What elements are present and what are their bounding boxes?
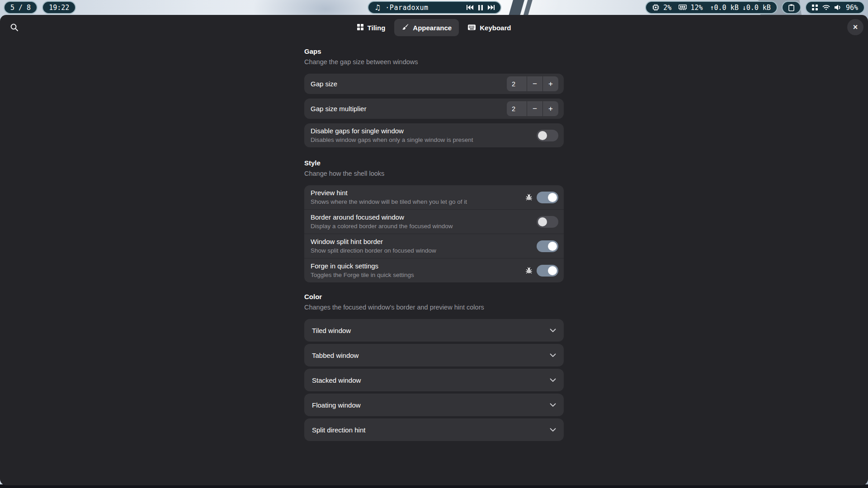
cpu-stat: 2% [652,4,671,12]
clock-label: 19:22 [49,4,69,12]
clipboard-pill[interactable] [782,1,801,14]
tab-label: Tiling [368,24,386,32]
single-window-gaps-subtitle: Disables window gaps when only a single … [311,136,537,144]
preview-hint-label: Preview hint [311,189,525,197]
cpu-icon [652,4,660,11]
gap-size-decrement-button[interactable]: − [527,76,542,91]
toggle-knob [538,131,547,140]
quick-settings-subtitle: Toggles the Forge tile in quick settings [311,272,525,279]
expander-split-direction-hint[interactable]: Split direction hint [304,418,564,441]
section-subtitle: Changes the focused window's border and … [304,303,564,311]
preview-hint-row: Preview hint Shows where the window will… [304,185,564,209]
gap-multiplier-increment-button[interactable]: + [542,101,558,116]
clock[interactable]: 19:22 [42,1,76,14]
gap-multiplier-value[interactable]: 2 [507,101,527,116]
chevron-down-icon [550,328,556,333]
system-stats-pill[interactable]: 2% 12% ↑0.0 kB ↓0.0 kB [645,1,778,14]
window-header: Tiling Appearance [0,15,868,41]
quick-settings-row: Forge in quick settings Toggles the Forg… [304,258,564,282]
top-bar-right: 2% 12% ↑0.0 kB ↓0.0 kB [645,1,865,14]
gap-multiplier-label: Gap size multiplier [311,105,507,113]
network-down-value: ↓0.0 kB [742,4,771,12]
tab-keyboard[interactable]: Keyboard [461,19,518,36]
quick-settings-toggle[interactable] [537,265,558,277]
network-up-value: ↑0.0 kB [710,4,738,12]
section-gaps: Gaps Change the gap size between windows… [304,47,564,147]
chevron-down-icon [550,403,556,407]
gap-size-increment-button[interactable]: + [542,76,558,91]
gap-multiplier-row: Gap size multiplier 2 − + [304,99,564,119]
next-track-icon[interactable] [488,5,495,10]
memory-icon [679,5,687,10]
toggle-knob [548,242,557,251]
preview-hint-subtitle: Shows where the window will be tiled whe… [311,198,525,206]
tiling-grid-icon [357,24,363,32]
gap-size-stepper: 2 − + [507,76,558,91]
top-bar-left: 5 / 8 19:22 [4,1,76,14]
focus-border-subtitle: Display a colored border around the focu… [311,223,537,230]
expander-floating-window[interactable]: Floating window [304,394,564,416]
toggle-knob [548,266,557,275]
preview-hint-toggle[interactable] [537,192,558,203]
expander-label: Tiled window [312,327,550,334]
media-player-pill[interactable]: ♫ ·Paradoxum [368,1,501,14]
gap-size-value[interactable]: 2 [507,76,527,91]
section-title: Style [304,159,564,167]
memory-value: 12% [690,4,703,12]
tab-label: Keyboard [480,24,511,32]
section-title: Gaps [304,47,564,56]
section-color: Color Changes the focused window's borde… [304,292,564,441]
toggle-knob [548,193,557,202]
gap-size-label: Gap size [311,80,507,88]
memory-stat: 12% [679,4,703,12]
top-bar: 5 / 8 19:22 ♫ ·Paradoxum [0,0,868,15]
tab-bar: Tiling Appearance [0,19,868,36]
single-window-gaps-toggle[interactable] [537,130,558,141]
gap-multiplier-stepper: 2 − + [507,101,558,116]
settings-content: Gaps Change the gap size between windows… [304,47,564,441]
chevron-down-icon [550,353,556,357]
apps-grid-icon [812,5,818,10]
expander-tiled-window[interactable]: Tiled window [304,319,564,342]
quick-settings-pill[interactable]: 96% [805,1,865,14]
wifi-icon [822,5,830,10]
bug-icon [525,267,533,274]
close-button[interactable]: × [847,19,863,35]
single-window-gaps-row: Disable gaps for single window Disables … [304,123,564,147]
music-note-icon: ♫ [374,3,381,12]
split-hint-border-label: Window split hint border [311,238,537,246]
chevron-down-icon [550,428,556,432]
forge-settings-window: Tiling Appearance [0,15,868,485]
section-title: Color [304,292,564,301]
quick-settings-label: Forge in quick settings [311,262,525,270]
color-expander-list: Tiled window Tabbed window Stacked windo… [304,319,564,441]
expander-label: Split direction hint [312,426,550,434]
tab-tiling[interactable]: Tiling [350,19,393,36]
workspace-indicator[interactable]: 5 / 8 [4,1,38,14]
split-hint-border-subtitle: Show split direction border on focused w… [311,247,537,254]
focus-border-row: Border around focused window Display a c… [304,209,564,234]
expander-label: Floating window [312,401,550,409]
gap-size-row: Gap size 2 − + [304,74,564,94]
bug-icon [525,194,533,201]
tab-appearance[interactable]: Appearance [394,19,459,36]
style-rows-card: Preview hint Shows where the window will… [304,185,564,282]
focus-border-toggle[interactable] [537,216,558,228]
pause-icon[interactable] [478,5,483,10]
section-subtitle: Change how the shell looks [304,169,564,178]
workspace-label: 5 / 8 [10,4,31,12]
expander-tabbed-window[interactable]: Tabbed window [304,344,564,366]
previous-track-icon[interactable] [467,5,473,10]
tab-label: Appearance [413,24,452,32]
network-stat: ↑0.0 kB ↓0.0 kB [710,4,770,12]
section-style: Style Change how the shell looks Preview… [304,159,564,282]
expander-label: Tabbed window [312,352,550,359]
split-hint-border-toggle[interactable] [537,240,558,252]
clipboard-icon [788,4,794,11]
split-hint-border-row: Window split hint border Show split dire… [304,234,564,258]
expander-stacked-window[interactable]: Stacked window [304,369,564,391]
speaker-icon [835,5,841,10]
gap-multiplier-decrement-button[interactable]: − [527,101,542,116]
toggle-knob [538,217,547,226]
brush-icon [401,23,409,32]
